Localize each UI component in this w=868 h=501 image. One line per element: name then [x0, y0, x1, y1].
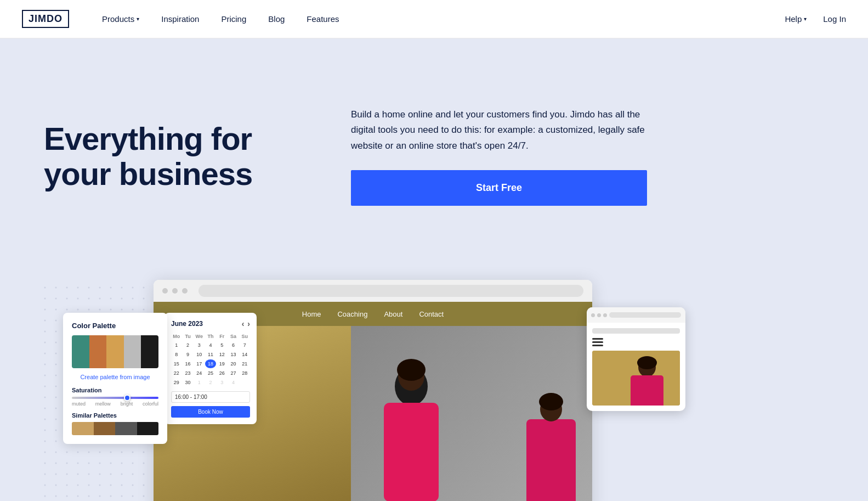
hero-right: Build a home online and let your custome… — [351, 107, 647, 205]
cal-day[interactable]: 25 — [205, 369, 216, 378]
swatch-black — [141, 335, 158, 368]
mobile-dot-3 — [603, 313, 607, 317]
cal-header-fr: Fr — [217, 333, 228, 340]
cal-day[interactable]: 19 — [217, 359, 228, 368]
cal-day[interactable]: 27 — [228, 369, 239, 378]
hero-description: Build a home online and let your custome… — [351, 107, 647, 153]
cal-day[interactable]: 15 — [171, 359, 182, 368]
nav-help[interactable]: Help ▾ — [785, 14, 807, 24]
nav-products[interactable]: Products ▾ — [102, 14, 139, 24]
create-palette-link[interactable]: Create palette from image — [72, 374, 158, 380]
cal-day[interactable]: 24 — [194, 369, 205, 378]
calendar-header: June 2023 ‹ › — [171, 319, 250, 328]
start-free-button[interactable]: Start Free — [351, 170, 647, 206]
cal-day[interactable]: 28 — [239, 369, 250, 378]
cal-day[interactable]: 10 — [194, 350, 205, 359]
chevron-down-icon: ▾ — [804, 16, 807, 22]
similar-swatch-row — [72, 422, 158, 435]
cal-day[interactable]: 1 — [171, 341, 182, 350]
mobile-topbar — [587, 307, 685, 323]
cal-day-today[interactable]: 18 — [205, 359, 216, 368]
cal-day[interactable]: 7 — [239, 341, 250, 350]
cal-header-we: We — [194, 333, 205, 340]
swatch-gold — [106, 335, 124, 368]
cal-day[interactable]: 9 — [183, 350, 194, 359]
mobile-image — [592, 351, 680, 406]
nav-features[interactable]: Features — [307, 14, 339, 24]
cal-day-other[interactable]: 4 — [228, 378, 239, 387]
svg-point-8 — [539, 393, 563, 410]
cal-day[interactable]: 20 — [228, 359, 239, 368]
cal-day[interactable]: 13 — [228, 350, 239, 359]
cal-header-sa: Sa — [228, 333, 239, 340]
navbar: JIMDO Products ▾ Inspiration Pricing Blo… — [0, 0, 868, 38]
hero-section: Everything for your business Build a hom… — [0, 38, 868, 269]
cal-next-button[interactable]: › — [247, 319, 250, 328]
website-photo-area — [351, 326, 592, 501]
cal-header-tu: Tu — [183, 333, 194, 340]
browser-url-bar — [198, 285, 583, 297]
cal-day[interactable]: 16 — [183, 359, 194, 368]
nav-inspiration[interactable]: Inspiration — [161, 14, 199, 24]
cal-day[interactable]: 17 — [194, 359, 205, 368]
cal-day[interactable]: 5 — [217, 341, 228, 350]
cal-day[interactable]: 29 — [171, 378, 182, 387]
cal-day[interactable]: 6 — [228, 341, 239, 350]
nav-links: Products ▾ Inspiration Pricing Blog Feat… — [102, 14, 785, 24]
color-palette-panel: Color Palette Create palette from image … — [63, 313, 167, 444]
mobile-panel — [587, 307, 685, 411]
cal-day-other[interactable]: 1 — [194, 378, 205, 387]
cal-day[interactable]: 14 — [239, 350, 250, 359]
sim-swatch-3 — [115, 422, 137, 435]
calendar-panel: June 2023 ‹ › Mo Tu We Th Fr Sa Su — [164, 313, 257, 424]
color-swatches — [72, 335, 158, 368]
hamburger-line-3 — [592, 345, 603, 346]
cal-day[interactable]: 12 — [217, 350, 228, 359]
svg-point-12 — [637, 356, 657, 369]
browser-dot-1 — [162, 288, 168, 294]
cal-day[interactable]: 22 — [171, 369, 182, 378]
calendar-grid: Mo Tu We Th Fr Sa Su 1 2 3 4 5 6 7 8 — [171, 333, 250, 387]
cal-day[interactable]: 3 — [194, 341, 205, 350]
login-button[interactable]: Log In — [823, 14, 846, 24]
website-nav-about: About — [384, 310, 402, 318]
website-nav-coaching: Coaching — [337, 310, 367, 318]
hamburger-line-1 — [592, 338, 603, 340]
calendar-month-label: June 2023 — [171, 320, 203, 328]
cal-day[interactable]: 26 — [217, 369, 228, 378]
cal-header-mo: Mo — [171, 333, 182, 340]
cal-day[interactable]: 2 — [183, 341, 194, 350]
cal-day[interactable]: 4 — [205, 341, 216, 350]
cal-header-su: Su — [239, 333, 250, 340]
saturation-labels: muted mellow bright colorful — [72, 401, 158, 407]
chevron-down-icon: ▾ — [137, 16, 139, 22]
cal-prev-button[interactable]: ‹ — [242, 319, 245, 328]
person-silhouette-2 — [515, 381, 587, 501]
saturation-label: Saturation — [72, 387, 158, 393]
saturation-bar[interactable] — [72, 397, 158, 399]
mobile-menu-icon — [592, 338, 680, 346]
nav-blog[interactable]: Blog — [268, 14, 285, 24]
nav-pricing[interactable]: Pricing — [221, 14, 246, 24]
time-input[interactable] — [171, 391, 250, 403]
browser-dot-3 — [182, 288, 188, 294]
cal-day[interactable]: 21 — [239, 359, 250, 368]
cal-header-th: Th — [205, 333, 216, 340]
cal-day[interactable]: 11 — [205, 350, 216, 359]
cal-day[interactable]: 30 — [183, 378, 194, 387]
cal-day[interactable]: 23 — [183, 369, 194, 378]
book-now-button[interactable]: Book Now — [171, 406, 250, 418]
logo[interactable]: JIMDO — [22, 10, 69, 28]
cal-day[interactable]: 8 — [171, 350, 182, 359]
mobile-content — [587, 323, 685, 411]
browser-bar — [154, 280, 592, 302]
cal-day-other[interactable]: 3 — [217, 378, 228, 387]
saturation-handle[interactable] — [124, 395, 131, 401]
sim-swatch-1 — [72, 422, 94, 435]
cal-day-other[interactable]: 2 — [205, 378, 216, 387]
swatch-gray — [124, 335, 141, 368]
browser-dot-2 — [172, 288, 178, 294]
hero-left: Everything for your business — [44, 121, 318, 192]
hero-title: Everything for your business — [44, 121, 318, 192]
sim-swatch-4 — [137, 422, 159, 435]
